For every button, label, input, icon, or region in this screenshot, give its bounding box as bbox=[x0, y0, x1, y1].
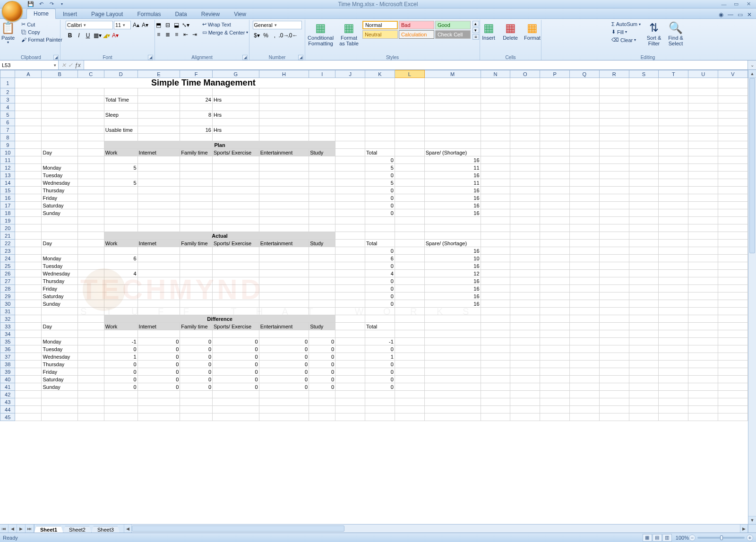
grow-font-icon[interactable]: A▴ bbox=[132, 21, 140, 29]
cell-N20[interactable] bbox=[481, 224, 510, 232]
cell-T29[interactable] bbox=[659, 293, 688, 300]
cell-T22[interactable] bbox=[659, 240, 688, 247]
cell-P10[interactable] bbox=[540, 149, 570, 156]
cell-A35[interactable] bbox=[15, 338, 42, 345]
cell-K10[interactable]: Total bbox=[365, 149, 395, 156]
cell-K17[interactable]: 0 bbox=[365, 202, 395, 209]
cell-J34[interactable] bbox=[335, 330, 365, 338]
cell-V25[interactable] bbox=[718, 262, 748, 270]
cell-G39[interactable]: 0 bbox=[213, 368, 259, 376]
cell-M42[interactable] bbox=[424, 391, 481, 398]
cell-F16[interactable] bbox=[180, 194, 213, 202]
cell-D40[interactable]: 0 bbox=[104, 376, 137, 383]
cell-R9[interactable] bbox=[599, 141, 629, 149]
cell-Q37[interactable] bbox=[569, 353, 599, 361]
cell-N21[interactable] bbox=[481, 232, 510, 240]
cell-N32[interactable] bbox=[481, 315, 510, 323]
cell-U44[interactable] bbox=[688, 406, 718, 413]
cell-E41[interactable]: 0 bbox=[137, 383, 180, 391]
cell-R24[interactable] bbox=[599, 255, 629, 262]
cancel-formula-icon[interactable]: ✕ bbox=[61, 62, 66, 69]
cell-E38[interactable]: 0 bbox=[137, 361, 180, 368]
cell-L16[interactable] bbox=[395, 194, 424, 202]
view-page-layout-icon[interactable]: ▤ bbox=[653, 534, 662, 542]
cell-V8[interactable] bbox=[718, 134, 748, 141]
zoom-out-button[interactable]: − bbox=[689, 534, 696, 541]
cell-M7[interactable] bbox=[424, 126, 481, 134]
cell-I11[interactable] bbox=[309, 156, 335, 164]
cell-G35[interactable]: 0 bbox=[213, 338, 259, 345]
cell-G20[interactable] bbox=[213, 224, 259, 232]
cell-Q1[interactable] bbox=[569, 78, 599, 88]
cell-M3[interactable] bbox=[424, 96, 481, 103]
cell-U37[interactable] bbox=[688, 353, 718, 361]
cell-Q31[interactable] bbox=[569, 308, 599, 315]
cell-N37[interactable] bbox=[481, 353, 510, 361]
cell-D10[interactable]: Work bbox=[104, 149, 137, 156]
cell-I45[interactable] bbox=[309, 413, 335, 421]
cell-N11[interactable] bbox=[481, 156, 510, 164]
section-header-9[interactable]: Plan bbox=[104, 141, 335, 149]
cell-V26[interactable] bbox=[718, 270, 748, 277]
cell-C37[interactable] bbox=[77, 353, 104, 361]
cell-I39[interactable]: 0 bbox=[309, 368, 335, 376]
cell-H19[interactable] bbox=[259, 217, 309, 224]
cell-J3[interactable] bbox=[335, 96, 365, 103]
cell-P29[interactable] bbox=[540, 293, 570, 300]
cell-O24[interactable] bbox=[510, 255, 540, 262]
cell-V37[interactable] bbox=[718, 353, 748, 361]
cell-H22[interactable]: Entertainment bbox=[259, 240, 309, 247]
cell-V1[interactable] bbox=[718, 78, 748, 88]
cell-I24[interactable] bbox=[309, 255, 335, 262]
cell-U3[interactable] bbox=[688, 96, 718, 103]
cell-C10[interactable] bbox=[77, 149, 104, 156]
cell-J21[interactable] bbox=[335, 232, 365, 240]
copy-button[interactable]: ⿻Copy bbox=[20, 29, 64, 35]
cell-N28[interactable] bbox=[481, 285, 510, 293]
sheet-tab-sheet1[interactable]: Sheet1 bbox=[34, 526, 63, 533]
tab-data[interactable]: Data bbox=[168, 9, 194, 19]
cell-A45[interactable] bbox=[15, 413, 42, 421]
cell-E4[interactable] bbox=[137, 103, 180, 111]
cell-J8[interactable] bbox=[335, 134, 365, 141]
cell-E12[interactable] bbox=[137, 164, 180, 172]
cell-K27[interactable]: 0 bbox=[365, 277, 395, 285]
cell-F17[interactable] bbox=[180, 202, 213, 209]
cell-C16[interactable] bbox=[77, 194, 104, 202]
cell-M4[interactable] bbox=[424, 103, 481, 111]
cell-C38[interactable] bbox=[77, 361, 104, 368]
cell-S13[interactable] bbox=[629, 172, 659, 179]
cell-E23[interactable] bbox=[137, 247, 180, 255]
cell-I16[interactable] bbox=[309, 194, 335, 202]
cell-H12[interactable] bbox=[259, 164, 309, 172]
autosum-button[interactable]: ΣAutoSum ▾ bbox=[610, 21, 642, 27]
cell-I18[interactable] bbox=[309, 209, 335, 217]
styles-scroll-down-icon[interactable]: ▾ bbox=[472, 27, 479, 33]
cell-N7[interactable] bbox=[481, 126, 510, 134]
cell-F40[interactable]: 0 bbox=[180, 376, 213, 383]
cell-A3[interactable] bbox=[15, 96, 42, 103]
cell-C6[interactable] bbox=[77, 119, 104, 126]
cell-O30[interactable] bbox=[510, 300, 540, 308]
cell-U30[interactable] bbox=[688, 300, 718, 308]
cell-H17[interactable] bbox=[259, 202, 309, 209]
cell-J10[interactable] bbox=[335, 149, 365, 156]
format-cells-button[interactable]: ▦Format bbox=[522, 21, 542, 42]
cell-J24[interactable] bbox=[335, 255, 365, 262]
cell-F29[interactable] bbox=[180, 293, 213, 300]
scroll-down-icon[interactable]: ▼ bbox=[748, 516, 756, 524]
cell-V4[interactable] bbox=[718, 103, 748, 111]
cell-A44[interactable] bbox=[15, 406, 42, 413]
percent-icon[interactable]: % bbox=[262, 31, 270, 40]
cell-M5[interactable] bbox=[424, 111, 481, 119]
cell-C19[interactable] bbox=[77, 217, 104, 224]
cell-T17[interactable] bbox=[659, 202, 688, 209]
cell-O17[interactable] bbox=[510, 202, 540, 209]
cell-P7[interactable] bbox=[540, 126, 570, 134]
cell-J40[interactable] bbox=[335, 376, 365, 383]
cell-R32[interactable] bbox=[599, 315, 629, 323]
cell-A21[interactable] bbox=[15, 232, 42, 240]
cell-K43[interactable] bbox=[365, 398, 395, 406]
cell-P21[interactable] bbox=[540, 232, 570, 240]
cell-D15[interactable] bbox=[104, 187, 137, 194]
